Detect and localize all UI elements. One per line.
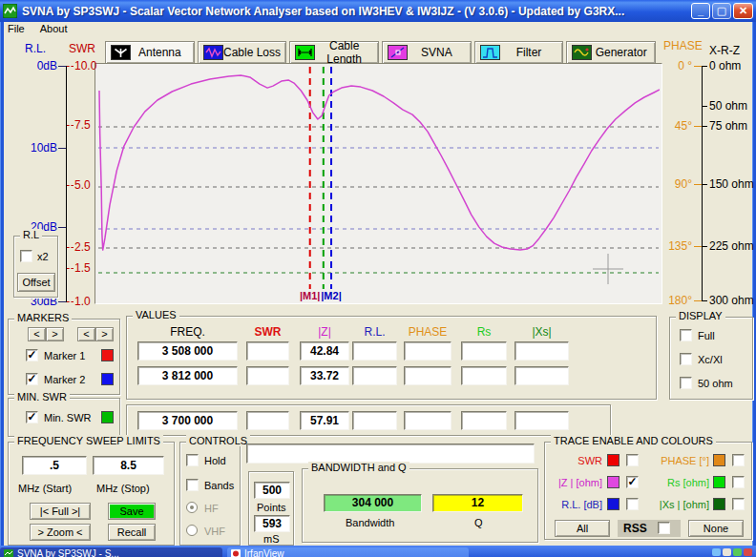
marker2-value-1[interactable]	[246, 366, 289, 385]
offset-button[interactable]: Offset	[17, 273, 55, 292]
minimize-button[interactable]: _	[691, 3, 710, 19]
tray-icon-3[interactable]	[733, 548, 742, 556]
marker-1-color-swatch[interactable]	[101, 349, 114, 361]
marker2-value-3[interactable]	[352, 366, 397, 385]
toolbar-button-label: Antenna	[131, 46, 189, 59]
svna-taskbar-icon	[4, 549, 13, 557]
stop-freq-label: MHz (Stop)	[96, 483, 150, 494]
marker1-value-1[interactable]	[246, 341, 289, 361]
min-swr-value-5[interactable]	[461, 411, 507, 430]
markers-panel-title: MARKERS	[14, 312, 72, 323]
trace-none-button[interactable]: None	[688, 520, 744, 537]
trace-swatch-zohm[interactable]	[607, 476, 620, 488]
taskbar-button-irfanview[interactable]: IrfanView	[227, 547, 469, 557]
trace-checkbox-rsohm[interactable]	[732, 476, 745, 488]
trace-swatch-rldb[interactable]	[607, 498, 620, 510]
display-option-label: 50 ohm	[698, 378, 733, 389]
rl-x2-checkbox[interactable]	[20, 250, 32, 262]
marker1-value-3[interactable]	[352, 341, 397, 361]
trace-all-button[interactable]: All	[555, 520, 610, 537]
tray-icon-2[interactable]	[723, 548, 731, 556]
maximize-button[interactable]: ▢	[712, 3, 731, 19]
rl-tick	[58, 148, 66, 149]
marker-nav-2-prev[interactable]: <	[77, 327, 95, 341]
display-panel-title: DISPLAY	[676, 310, 725, 321]
bandwidth-panel: BANDWIDTH and Q 304 000 Bandwidth 12 Q	[302, 468, 538, 543]
toolbar-button-filter[interactable]: Filter	[474, 41, 564, 64]
controls-panel-title: CONTROLS	[186, 435, 250, 446]
zoom-span-button[interactable]: > Zoom <	[30, 524, 91, 541]
toolbar-button-svna[interactable]: SVNA	[382, 41, 472, 64]
marker-2-color-swatch[interactable]	[101, 373, 114, 385]
display-xc-xl-checkbox[interactable]	[680, 353, 692, 365]
trace-swatch-xsohm[interactable]	[713, 498, 725, 510]
taskbar-button-svna[interactable]: SVNA by SP3SWJ - S...	[0, 547, 222, 557]
stop-freq-input[interactable]: 8.5	[93, 456, 164, 475]
marker2-value-5[interactable]	[461, 366, 507, 385]
recall-button[interactable]: Recall	[108, 524, 156, 541]
toolbar-button-antenna[interactable]: Antenna	[105, 41, 195, 64]
toolbar-button-cable-loss[interactable]: Cable Loss	[198, 41, 287, 64]
trace-checkbox-swr[interactable]	[626, 454, 639, 466]
tray-icon-4[interactable]	[744, 548, 752, 556]
marker2-label: |M2|	[321, 290, 341, 301]
tray-icon-1[interactable]	[712, 548, 721, 556]
values-header-rl: R.L.	[352, 325, 397, 339]
trace-swatch-swr[interactable]	[607, 454, 620, 466]
min-swr-value-2[interactable]: 57.91	[300, 411, 349, 430]
trace-swatch-rsohm[interactable]	[713, 476, 725, 488]
trace-checkbox-zohm[interactable]: ✓	[626, 476, 639, 488]
vhf-radio[interactable]	[186, 525, 198, 536]
phase-tick-label: 0 °	[657, 59, 692, 72]
menu-file[interactable]: File	[0, 22, 32, 38]
trace-checkbox-phase[interactable]	[732, 454, 745, 466]
phase-tick	[694, 300, 702, 301]
start-freq-input[interactable]: .5	[22, 456, 87, 475]
points-value[interactable]: 500	[254, 482, 290, 499]
marker1-value-4[interactable]	[404, 341, 452, 361]
min-swr-label: Min. SWR	[44, 412, 92, 423]
marker1-value-6[interactable]	[514, 341, 569, 361]
close-button[interactable]: ✕	[733, 3, 753, 19]
min-swr-checkbox[interactable]: ✓	[26, 411, 38, 423]
title-bar[interactable]: SVNA by SP3SWJ - Scalar Vector Network A…	[0, 0, 756, 22]
bands-checkbox[interactable]	[186, 479, 199, 491]
marker2-value-2[interactable]: 33.72	[300, 366, 349, 385]
marker-nav-1-next[interactable]: >	[46, 327, 64, 341]
hold-checkbox[interactable]	[186, 454, 199, 466]
marker2-value-0[interactable]: 3 812 000	[137, 366, 238, 385]
toolbar-button-cable-length[interactable]: Cable Length	[289, 41, 379, 64]
min-swr-value-0[interactable]: 3 700 000	[137, 411, 238, 430]
values-panel-title: VALUES	[133, 309, 179, 320]
marker2-value-6[interactable]	[514, 366, 569, 385]
marker2-value-4[interactable]	[404, 366, 452, 385]
marker1-value-2[interactable]: 42.84	[300, 341, 349, 361]
display-50-ohm-checkbox[interactable]	[680, 377, 692, 389]
trace-checkbox-xsohm[interactable]	[732, 498, 745, 510]
menu-about[interactable]: About	[32, 22, 75, 38]
irfanview-taskbar-icon	[231, 549, 241, 557]
toolbar-button-generator[interactable]: Generator	[566, 41, 656, 64]
marker-nav-2-next[interactable]: >	[95, 327, 114, 341]
comment-field[interactable]	[246, 444, 535, 464]
min-swr-value-1[interactable]	[246, 411, 289, 430]
min-swr-value-6[interactable]	[514, 411, 569, 430]
save-button[interactable]: Save	[108, 503, 156, 520]
marker1-value-5[interactable]	[461, 341, 507, 361]
values-panel: VALUES FREQ.SWR|Z|R.L.PHASERs|Xs|3 508 0…	[126, 316, 657, 400]
trace-checkbox-rldb[interactable]	[626, 498, 639, 510]
min-swr-value-3[interactable]	[352, 411, 397, 430]
display-full-checkbox[interactable]	[680, 329, 692, 341]
marker1-value-0[interactable]: 3 508 000	[137, 341, 238, 361]
marker-2-checkbox[interactable]: ✓	[26, 373, 38, 385]
marker-nav-1-prev[interactable]: <	[28, 327, 46, 341]
min-swr-value-4[interactable]	[404, 411, 452, 430]
trace-label-rldb: R.L. [dB]	[545, 499, 602, 510]
min-swr-color-swatch[interactable]	[101, 411, 114, 423]
marker-1-checkbox[interactable]: ✓	[26, 349, 38, 361]
rss-checkbox[interactable]	[658, 522, 670, 534]
trace-swatch-phase[interactable]	[713, 454, 725, 466]
full-span-button[interactable]: |< Full >|	[30, 503, 91, 520]
markers-panel: MARKERS <><>✓Marker 1✓Marker 2	[8, 319, 120, 395]
hf-radio[interactable]	[186, 502, 198, 513]
